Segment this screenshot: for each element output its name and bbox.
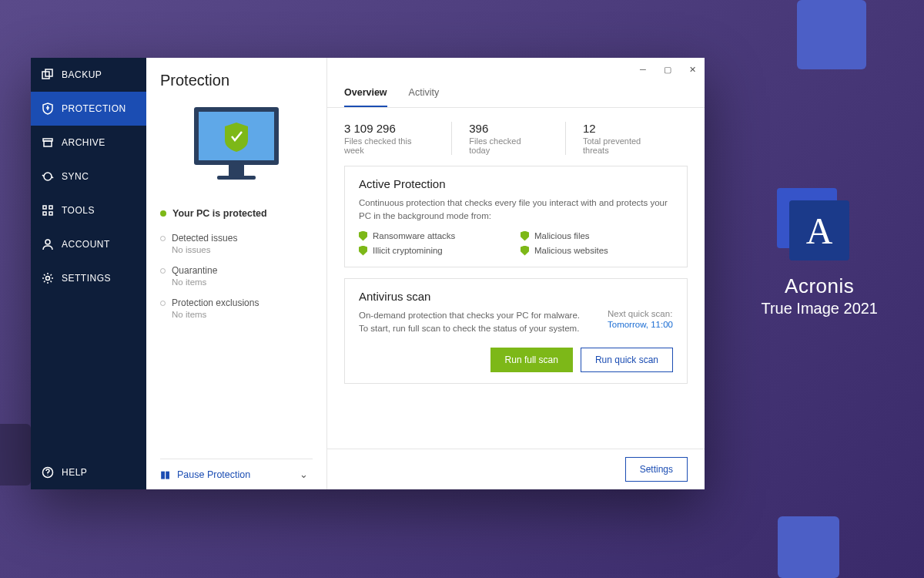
- sidebar-item-backup[interactable]: BACKUP: [31, 58, 146, 92]
- feature-label: Illicit cryptomining: [373, 246, 443, 255]
- sidebar-item-archive[interactable]: ARCHIVE: [31, 126, 146, 160]
- sidebar-item-sync[interactable]: SYNC: [31, 160, 146, 193]
- bullet-icon: [160, 301, 166, 306]
- card-text: Continuous protection that checks every …: [359, 197, 673, 223]
- sidebar: BACKUP PROTECTION ARCHIVE SYNC TOOLS ACC…: [31, 58, 146, 489]
- bullet-icon: [160, 236, 166, 241]
- svg-rect-4: [43, 206, 46, 209]
- sidebar-item-label: HELP: [62, 467, 87, 478]
- card-title: Active Protection: [359, 177, 673, 190]
- window-titlebar: ─ ▢ ✕: [327, 58, 705, 81]
- stat-files-week: 3 109 296 Files checked this week: [344, 122, 434, 155]
- panel-title: Protection: [160, 72, 313, 89]
- sidebar-item-label: ACCOUNT: [62, 239, 110, 250]
- sidebar-item-label: SETTINGS: [62, 273, 111, 284]
- detail-detected-issues[interactable]: Detected issues No issues: [160, 233, 313, 254]
- bullet-icon: [160, 268, 166, 274]
- protection-status: Your PC is protected: [160, 208, 313, 219]
- shield-icon: [359, 246, 367, 256]
- logo-letter-icon: A: [789, 200, 849, 260]
- tab-activity[interactable]: Activity: [409, 81, 440, 107]
- pause-protection-button[interactable]: ▮▮ Pause Protection ⌄: [160, 459, 313, 489]
- stat-number: 3 109 296: [344, 122, 413, 135]
- sidebar-item-protection[interactable]: PROTECTION: [31, 92, 146, 126]
- maximize-button[interactable]: ▢: [655, 58, 680, 81]
- shield-icon: [359, 231, 367, 241]
- stat-threats: 12 Total prevented threats: [565, 122, 671, 155]
- detail-title: Protection exclusions: [172, 297, 259, 308]
- next-scan-value: Tomorrow, 11:00: [608, 320, 673, 329]
- feature-label: Malicious files: [534, 231, 590, 240]
- detail-subtext: No issues: [172, 245, 313, 254]
- svg-point-8: [45, 240, 50, 244]
- app-window: BACKUP PROTECTION ARCHIVE SYNC TOOLS ACC…: [31, 58, 705, 489]
- pause-icon: ▮▮: [160, 469, 169, 480]
- monitor-illustration: [160, 103, 313, 188]
- svg-rect-14: [217, 176, 256, 180]
- tab-overview[interactable]: Overview: [344, 81, 387, 107]
- feature-item: Ransomware attacks: [359, 231, 511, 241]
- detail-subtext: No items: [172, 277, 313, 287]
- sidebar-item-label: SYNC: [62, 171, 89, 182]
- detail-subtext: No items: [172, 310, 313, 319]
- status-dot-icon: [160, 210, 166, 217]
- feature-label: Malicious websites: [534, 246, 608, 255]
- feature-label: Ransomware attacks: [373, 231, 455, 240]
- help-icon: [42, 466, 54, 479]
- detail-title: Quarantine: [172, 265, 217, 276]
- backup-icon: [42, 69, 54, 81]
- minimize-button[interactable]: ─: [631, 58, 655, 81]
- detail-exclusions[interactable]: Protection exclusions No items: [160, 297, 313, 319]
- sidebar-item-account[interactable]: ACCOUNT: [31, 227, 146, 261]
- svg-point-9: [46, 277, 50, 281]
- sidebar-item-label: PROTECTION: [62, 103, 126, 114]
- detail-title: Detected issues: [172, 233, 237, 244]
- brand-logo: A: [789, 200, 849, 260]
- svg-rect-7: [49, 212, 52, 215]
- sidebar-item-label: ARCHIVE: [62, 137, 105, 148]
- status-text: Your PC is protected: [172, 208, 267, 219]
- sidebar-item-settings[interactable]: SETTINGS: [31, 261, 146, 295]
- svg-rect-5: [49, 206, 52, 209]
- svg-rect-13: [229, 165, 244, 176]
- close-button[interactable]: ✕: [680, 58, 705, 81]
- feature-item: Illicit cryptomining: [359, 246, 511, 256]
- stat-number: 396: [469, 122, 527, 135]
- feature-grid: Ransomware attacks Malicious files Illic…: [359, 231, 673, 256]
- run-quick-scan-button[interactable]: Run quick scan: [581, 348, 673, 372]
- sidebar-item-label: BACKUP: [62, 69, 102, 80]
- sync-icon: [42, 170, 54, 183]
- decor-square: [0, 424, 31, 486]
- protection-panel: Protection Your PC is protected Detected…: [146, 58, 327, 489]
- settings-button[interactable]: Settings: [625, 457, 688, 482]
- shield-icon: [521, 231, 529, 241]
- brand-subtitle: True Image 2021: [761, 300, 878, 318]
- card-text: On-demand protection that checks your PC…: [359, 309, 589, 336]
- run-full-scan-button[interactable]: Run full scan: [490, 348, 573, 372]
- stat-label: Total prevented threats: [583, 136, 649, 155]
- chevron-down-icon: ⌄: [300, 469, 308, 480]
- antivirus-scan-card: Antivirus scan On-demand protection that…: [344, 278, 688, 385]
- shield-icon: [42, 102, 54, 115]
- detail-quarantine[interactable]: Quarantine No items: [160, 265, 313, 287]
- sidebar-item-help[interactable]: HELP: [31, 455, 146, 489]
- account-icon: [42, 238, 54, 250]
- main-footer: Settings: [327, 449, 705, 489]
- svg-rect-3: [44, 141, 52, 146]
- next-scan-label: Next quick scan:: [608, 309, 673, 318]
- brand-block: A Acronis True Image 2021: [761, 200, 878, 318]
- decor-square: [778, 516, 839, 578]
- tabs: Overview Activity: [327, 81, 705, 108]
- sidebar-item-tools[interactable]: TOOLS: [31, 193, 146, 227]
- brand-name: Acronis: [761, 274, 878, 298]
- pause-label: Pause Protection: [177, 469, 250, 480]
- tools-icon: [42, 204, 54, 217]
- feature-item: Malicious files: [521, 231, 673, 241]
- stat-files-today: 396 Files checked today: [451, 122, 548, 155]
- svg-rect-6: [43, 212, 46, 215]
- card-title: Antivirus scan: [359, 290, 673, 303]
- shield-icon: [521, 246, 529, 256]
- decor-square: [797, 0, 866, 69]
- next-scan-info: Next quick scan: Tomorrow, 11:00: [608, 309, 673, 336]
- sidebar-item-label: TOOLS: [62, 205, 95, 216]
